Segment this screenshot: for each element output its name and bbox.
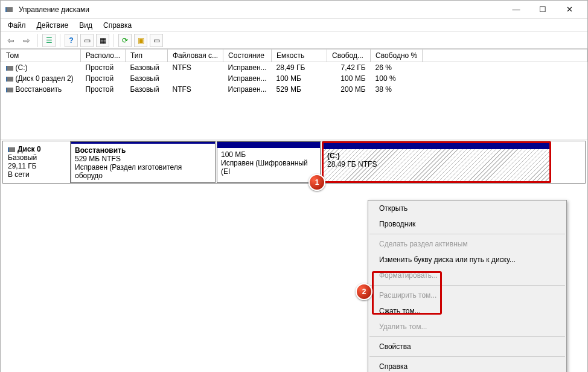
volume-icon [6,88,13,92]
volume-table: ТомРасполо...ТипФайловая с...СостояниеЕм… [1,49,587,95]
disk-label: Диск 0 [18,145,41,153]
annotation-highlight [372,271,442,315]
toolbar-icon[interactable]: ▦ [96,34,109,47]
help-icon[interactable]: ? [65,34,78,47]
cell-value: Простой [86,63,114,72]
disk-status: В сети [8,170,65,179]
cell-value: Исправен... [228,85,267,94]
column-header[interactable]: Свобод... [327,50,371,62]
toolbar-icon[interactable]: ▣ [134,34,147,47]
column-header[interactable]: Располо... [81,50,126,62]
menu-view[interactable]: Вид [79,21,92,30]
disk-size: 29,11 ГБ [8,162,65,170]
cell-value: Простой [86,85,114,94]
menu-separator [369,356,565,357]
cell-value: Исправен... [228,63,267,72]
annotation-badge-2: 2 [356,283,372,300]
cell-value: (C:) [16,63,28,72]
menubar: Файл Действие Вид Справка [1,19,587,32]
menu-help[interactable]: Справка [103,21,132,30]
table-row[interactable]: (Диск 0 раздел 2)ПростойБазовыйИсправен.… [1,73,587,84]
context-menu-item[interactable]: Свойства [368,339,566,354]
partition-size: 529 МБ NTFS [75,155,211,163]
partition-status: Исправен (Раздел изготовителя оборудо [75,163,211,180]
column-header[interactable]: Файловая с... [168,50,223,62]
app-icon [5,7,13,12]
disk-row: Диск 0 Базовый 29,11 ГБ В сети Восстанов… [2,141,586,184]
cell-value: 26 % [375,63,392,72]
context-menu-item: Удалить том... [368,319,566,335]
toolbar-icon[interactable]: ▭ [150,34,163,47]
partition-container: Восстановить529 МБ NTFSИсправен (Раздел … [71,141,585,183]
context-menu-item[interactable]: Проводник [368,216,566,232]
toolbar: ⇦ ⇨ ☰ ? ▭ ▦ ⟳ ▣ ▭ [1,32,587,49]
context-menu-item[interactable]: Изменить букву диска или путь к диску... [368,252,566,268]
cell-value: 7,42 ГБ [341,63,366,72]
menu-action[interactable]: Действие [37,21,69,30]
cell-value: 100 МБ [276,74,301,83]
context-menu-item: Сделать раздел активным [368,236,566,252]
partition[interactable]: Восстановить529 МБ NTFSИсправен (Раздел … [71,141,216,183]
volume-icon [6,66,13,71]
partition-name: (C:) [327,152,546,160]
column-header[interactable]: Том [1,50,81,62]
partition[interactable]: 100 МБИсправен (Шифрованный (EI [217,141,321,183]
titlebar: Управление дисками — ☐ ✕ [1,1,587,19]
cell-value: NTFS [173,63,191,72]
cell-value: 529 МБ [276,85,301,94]
table-row[interactable]: ВосстановитьПростойБазовыйNTFSИсправен..… [1,84,587,95]
disk-info[interactable]: Диск 0 Базовый 29,11 ГБ В сети [3,141,71,183]
cell-value: Базовый [130,74,159,83]
partition-size: 28,49 ГБ NTFS [327,160,546,168]
cell-value: NTFS [173,85,191,94]
back-button[interactable]: ⇦ [4,34,18,47]
cell-value: (Диск 0 раздел 2) [16,74,74,83]
disk-icon [8,147,15,152]
menu-separator [369,234,565,234]
toolbar-icon[interactable]: ▭ [80,34,94,47]
cell-value: 28,49 ГБ [276,63,305,72]
partition[interactable]: (C:)28,49 ГБ NTFS [322,141,551,183]
column-header[interactable]: Состояние [223,50,272,62]
toolbar-icon[interactable]: ☰ [42,34,56,47]
cell-value: 200 МБ [340,85,365,94]
refresh-icon[interactable]: ⟳ [118,34,132,47]
context-menu-item[interactable]: Открыть [368,200,566,216]
cell-value: Базовый [130,85,159,94]
column-header[interactable]: Емкость [272,50,327,62]
maximize-button[interactable]: ☐ [529,1,556,18]
partition-name: Восстановить [75,146,211,155]
cell-value: 38 % [375,85,392,94]
cell-value: Восстановить [16,85,62,94]
column-header[interactable]: Тип [126,50,168,62]
context-menu-item[interactable]: Справка [368,359,566,372]
annotation-badge-1: 1 [308,174,325,191]
partition-status: Исправен (Шифрованный (EI [221,159,316,176]
forward-button[interactable]: ⇨ [20,34,33,47]
cell-value: 100 % [375,74,396,83]
cell-value: Базовый [130,63,159,72]
cell-value: Исправен... [228,74,267,83]
cell-value: Простой [86,74,114,83]
volume-list-pane: ТомРасполо...ТипФайловая с...СостояниеЕм… [1,49,587,140]
menu-separator [369,336,565,337]
menu-file[interactable]: Файл [8,21,26,30]
disk-management-window: Управление дисками — ☐ ✕ Файл Действие В… [0,0,588,372]
disk-type: Базовый [8,153,65,162]
close-button[interactable]: ✕ [556,1,583,18]
table-row[interactable]: (C:)ПростойБазовыйNTFSИсправен...28,49 Г… [1,62,587,74]
cell-value: 100 МБ [340,74,365,83]
partition-size: 100 МБ [221,150,316,159]
volume-icon [6,77,13,82]
window-title: Управление дисками [19,5,89,14]
minimize-button[interactable]: — [503,1,529,18]
column-header[interactable]: Свободно % [371,50,423,62]
